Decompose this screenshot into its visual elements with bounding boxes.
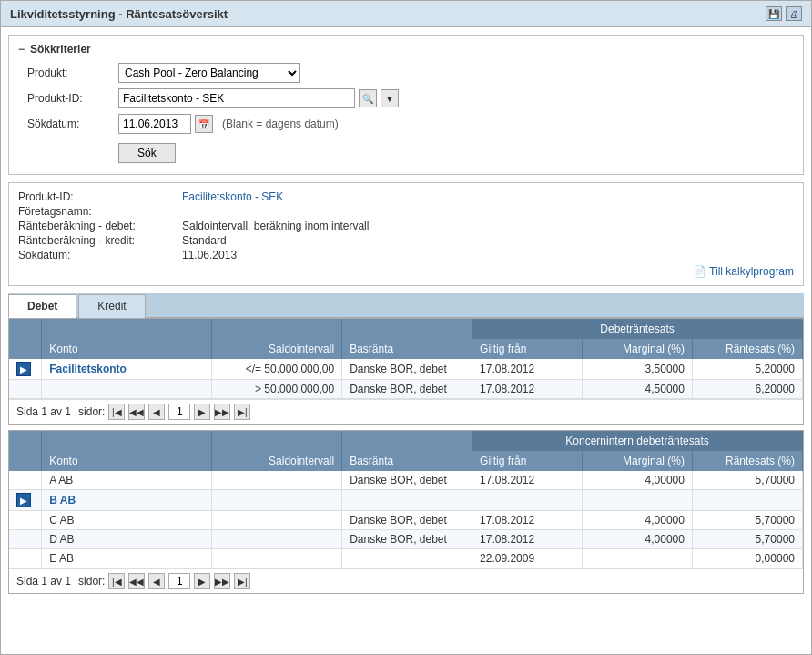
th-k-basranta: Basränta <box>342 451 472 471</box>
debet-page-input[interactable] <box>168 404 190 420</box>
info-produkt-id: Produkt-ID: Facilitetskonto - SEK <box>18 190 794 203</box>
info-produkt-id-label: Produkt-ID: <box>18 190 182 203</box>
giltig-cell: 17.08.2012 <box>472 359 583 380</box>
expand-cell[interactable]: ▶ <box>9 490 42 511</box>
info-sokdatum: Sökdatum: 11.06.2013 <box>18 249 794 261</box>
debet-last-page-btn[interactable]: ▶| <box>234 404 250 420</box>
koncern-page-input[interactable] <box>168 573 190 589</box>
criteria-section: − Sökkriterier Produkt: Cash Pool - Zero… <box>8 35 804 175</box>
koncern-table-body: A ABDanske BOR, debet17.08.20124,000005,… <box>9 471 803 568</box>
tab-debet[interactable]: Debet <box>8 294 76 318</box>
saldo-cell: </= 50.000.000,00 <box>212 359 342 380</box>
th-debetrantesats-group: Debeträntesats <box>472 319 803 339</box>
debet-prev-btn[interactable]: ◀◀ <box>128 404 145 420</box>
marginal-cell: 4,50000 <box>583 380 693 399</box>
table-row: D ABDanske BOR, debet17.08.20124,000005,… <box>9 530 803 549</box>
info-ranteberakning-kredit: Ränteberäkning - kredit: Standard <box>18 234 794 247</box>
expand-button[interactable]: ▶ <box>16 493 31 507</box>
koncern-first-page-btn[interactable]: |◀ <box>108 573 125 589</box>
th-rantesats: Räntesats (%) <box>692 339 802 359</box>
konto-cell[interactable]: Facilitetskonto <box>42 359 212 380</box>
marginal-cell: 4,00000 <box>583 511 693 530</box>
info-foretagsnamn: Företagsnamn: <box>18 205 794 218</box>
search-button[interactable]: Sök <box>118 143 176 163</box>
koncern-table-header: Konto Saldointervall Basränta Giltig frå… <box>9 451 803 471</box>
expand-cell <box>9 471 42 490</box>
debet-pager: Sida 1 av 1 sidor: |◀ ◀◀ ◀ ▶ ▶▶ ▶| <box>9 399 803 424</box>
konto-cell: A AB <box>42 471 212 490</box>
criteria-header: − Sökkriterier <box>18 43 794 56</box>
koncern-pager-sidor: sidor: <box>78 575 105 588</box>
rantesats-cell: 6,20000 <box>692 380 802 399</box>
koncern-pager-sida: Sida 1 av 1 <box>16 575 71 588</box>
debet-table-body: ▶Facilitetskonto</= 50.000.000,00Danske … <box>9 359 803 399</box>
save-icon[interactable]: 💾 <box>766 6 782 21</box>
th-k-marginal: Marginal (%) <box>583 451 693 471</box>
debet-first-page-btn[interactable]: |◀ <box>108 404 125 420</box>
th-marginal: Marginal (%) <box>583 339 693 359</box>
giltig-cell: 22.09.2009 <box>472 549 583 568</box>
debet-table-section: Debeträntesats Konto Saldointervall Basr… <box>8 318 804 425</box>
expand-cell[interactable]: ▶ <box>9 359 42 380</box>
th-k-empty2 <box>42 431 212 451</box>
search-small-icon[interactable]: 🔍 <box>359 89 377 107</box>
produkt-select[interactable]: Cash Pool - Zero Balancing <box>118 63 300 83</box>
criteria-label: Sökkriterier <box>30 43 91 56</box>
koncern-last-page-btn[interactable]: ▶| <box>234 573 250 589</box>
th-empty2 <box>42 319 212 339</box>
konto-cell <box>42 380 212 399</box>
koncern-prev-btn[interactable]: ◀◀ <box>128 573 145 589</box>
basranta-cell: Danske BOR, debet <box>342 530 472 549</box>
produkt-row: Produkt: Cash Pool - Zero Balancing <box>18 63 794 83</box>
expand-cell <box>9 511 42 530</box>
saldo-cell: > 50.000.000,00 <box>212 380 342 399</box>
dropdown-arrow-icon[interactable]: ▼ <box>381 89 399 107</box>
info-ranteberakning-debet: Ränteberäkning - debet: Saldointervall, … <box>18 220 794 232</box>
info-sokdatum-label: Sökdatum: <box>18 249 182 261</box>
kalkyl-link[interactable]: 📄 Till kalkylprogram <box>18 265 794 278</box>
print-icon[interactable]: 🖨 <box>786 6 802 21</box>
rantesats-cell <box>692 490 802 511</box>
th-konto: Konto <box>42 339 212 359</box>
th-k-empty3 <box>212 431 342 451</box>
window-title: Likviditetsstyrning - Räntesatsöversikt <box>10 7 228 21</box>
table-row: > 50.000.000,00Danske BOR, debet17.08.20… <box>9 380 803 399</box>
debet-pager-sidor: sidor: <box>78 405 105 418</box>
info-foretagsnamn-label: Företagsnamn: <box>18 205 182 218</box>
koncern-table: Koncernintern debeträntesats Konto Saldo… <box>9 431 803 568</box>
basranta-cell: Danske BOR, debet <box>342 359 472 380</box>
collapse-icon[interactable]: − <box>18 43 25 56</box>
rantesats-cell: 5,70000 <box>692 530 802 549</box>
produkt-id-control: 🔍 ▼ <box>118 88 399 108</box>
sokdatum-input[interactable] <box>118 114 191 134</box>
konto-cell[interactable]: B AB <box>42 490 212 511</box>
produkt-control: Cash Pool - Zero Balancing <box>118 63 300 83</box>
marginal-cell: 3,50000 <box>583 359 693 380</box>
table-row: C ABDanske BOR, debet17.08.20124,000005,… <box>9 511 803 530</box>
debet-prev-single-btn[interactable]: ◀ <box>148 404 165 420</box>
koncern-prev-single-btn[interactable]: ◀ <box>148 573 165 589</box>
th-k-rantesats: Räntesats (%) <box>692 451 802 471</box>
th-koncern-group: Koncernintern debeträntesats <box>472 431 803 451</box>
koncern-next-single-btn[interactable]: ▶ <box>194 573 210 589</box>
rantesats-cell: 5,70000 <box>692 471 802 490</box>
info-sokdatum-value: 11.06.2013 <box>182 249 237 261</box>
koncern-next-btn[interactable]: ▶▶ <box>214 573 230 589</box>
marginal-cell: 4,00000 <box>583 530 693 549</box>
giltig-cell: 17.08.2012 <box>472 511 583 530</box>
sokdatum-label: Sökdatum: <box>27 118 118 130</box>
sokdatum-control: 📅 (Blank = dagens datum) <box>118 114 339 134</box>
expand-button[interactable]: ▶ <box>16 362 31 376</box>
th-empty1 <box>9 319 42 339</box>
table-row: ▶Facilitetskonto</= 50.000.000,00Danske … <box>9 359 803 380</box>
debet-next-btn[interactable]: ▶▶ <box>214 404 230 420</box>
produkt-id-input[interactable] <box>118 88 355 108</box>
basranta-cell: Danske BOR, debet <box>342 471 472 490</box>
tab-kredit[interactable]: Kredit <box>78 294 145 318</box>
th-expand <box>9 339 42 359</box>
calendar-icon[interactable]: 📅 <box>195 115 213 133</box>
info-ranteberakning-kredit-label: Ränteberäkning - kredit: <box>18 234 182 247</box>
debet-next-single-btn[interactable]: ▶ <box>194 404 210 420</box>
produkt-id-row: Produkt-ID: 🔍 ▼ <box>18 88 794 108</box>
th-k-giltig: Giltig från <box>472 451 583 471</box>
